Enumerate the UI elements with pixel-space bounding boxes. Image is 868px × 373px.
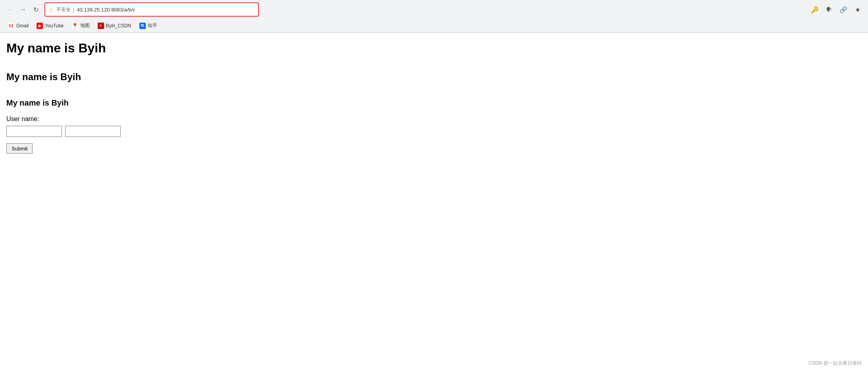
forward-button[interactable]: → — [17, 4, 29, 15]
gmail-favicon: M — [8, 23, 14, 29]
bookmark-gmail-label: Gmail — [16, 23, 29, 29]
bookmark-gmail[interactable]: M Gmail — [5, 21, 32, 30]
bookmark-star-button[interactable]: ★ — [852, 4, 863, 15]
refresh-button[interactable]: ↻ — [30, 4, 41, 15]
separator: | — [73, 7, 74, 13]
submit-button[interactable]: Submit — [6, 143, 33, 154]
bookmark-zhihu-label: 知乎 — [148, 22, 157, 29]
form-section: User name: Submit — [6, 115, 862, 154]
youtube-favicon: ▶ — [37, 23, 43, 29]
browser-chrome: ← → ↻ ⚠ 不安全 | 43.139.25.120:8083/a/b/c 🔑… — [0, 0, 868, 33]
form-inputs — [6, 126, 862, 137]
translate-icon-button[interactable]: 🗣 — [824, 4, 835, 15]
heading-3: My name is Byih — [6, 98, 862, 108]
bookmark-maps-label: 地图 — [80, 22, 90, 29]
csdn-favicon: C — [98, 23, 104, 29]
address-bar[interactable]: ⚠ 不安全 | 43.139.25.120:8083/a/b/c — [44, 2, 259, 17]
maps-favicon: 📍 — [72, 23, 78, 29]
bookmark-csdn[interactable]: C Byih_CSDN — [95, 21, 135, 30]
bookmark-maps[interactable]: 📍 地图 — [69, 21, 93, 30]
bookmark-youtube-label: YouTube — [45, 23, 64, 29]
page-content: My name is Byih My name is Byih My name … — [0, 33, 868, 350]
bookmark-youtube[interactable]: ▶ YouTube — [33, 21, 67, 30]
heading-2: My name is Byih — [6, 71, 862, 83]
nav-buttons: ← → ↻ — [5, 4, 41, 15]
browser-toolbar: ← → ↻ ⚠ 不安全 | 43.139.25.120:8083/a/b/c 🔑… — [0, 0, 868, 19]
toolbar-right: 🔑 🗣 🔗 ★ — [809, 4, 863, 15]
bookmark-csdn-label: Byih_CSDN — [106, 23, 131, 29]
address-text: 43.139.25.120:8083/a/b/c — [77, 7, 254, 13]
bookmarks-bar: M Gmail ▶ YouTube 📍 地图 C Byih_CSDN — [0, 19, 868, 33]
back-button[interactable]: ← — [5, 4, 16, 15]
heading-1: My name is Byih — [6, 41, 862, 56]
security-warning-icon: ⚠ — [49, 7, 54, 13]
share-icon-button[interactable]: 🔗 — [838, 4, 849, 15]
username-label: User name: — [6, 115, 862, 123]
zhihu-favicon: 知 — [139, 23, 146, 29]
bookmark-zhihu[interactable]: 知 知乎 — [136, 21, 160, 30]
username-input-1[interactable] — [6, 126, 62, 137]
key-icon-button[interactable]: 🔑 — [809, 4, 820, 15]
security-label: 不安全 — [56, 6, 71, 13]
username-input-2[interactable] — [65, 126, 121, 137]
